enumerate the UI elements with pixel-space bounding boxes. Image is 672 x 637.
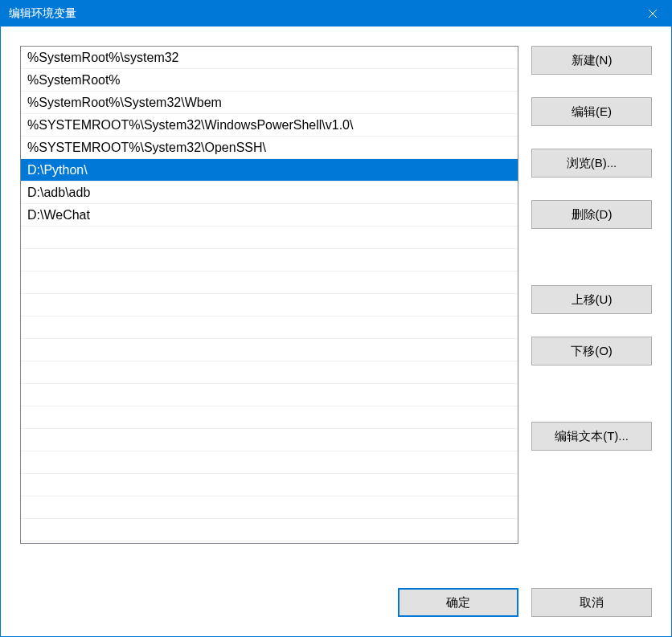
close-icon <box>648 9 658 18</box>
titlebar-title: 编辑环境变量 <box>9 6 634 21</box>
list-item[interactable]: D:\WeChat <box>21 204 518 227</box>
new-button[interactable]: 新建(N) <box>531 46 652 75</box>
list-item[interactable]: %SystemRoot%\system32 <box>21 47 518 69</box>
move-up-button[interactable]: 上移(U) <box>531 285 652 314</box>
titlebar: 编辑环境变量 <box>1 1 671 27</box>
list-item[interactable]: %SystemRoot%\System32\Wbem <box>21 92 518 114</box>
dialog-content: %SystemRoot%\system32%SystemRoot%%System… <box>1 27 671 572</box>
list-item[interactable] <box>21 451 518 474</box>
button-sidebar: 新建(N) 编辑(E) 浏览(B)... 删除(D) 上移(U) 下移(O) 编… <box>531 46 652 572</box>
list-item[interactable] <box>21 294 518 316</box>
list-item[interactable] <box>21 474 518 496</box>
list-item[interactable] <box>21 519 518 541</box>
dialog-footer: 确定 取消 <box>1 572 671 636</box>
dialog-window: 编辑环境变量 %SystemRoot%\system32%SystemRoot%… <box>0 0 672 637</box>
list-item[interactable] <box>21 406 518 429</box>
list-item[interactable] <box>21 496 518 519</box>
list-item[interactable] <box>21 316 518 339</box>
list-item[interactable] <box>21 429 518 451</box>
path-listbox[interactable]: %SystemRoot%\system32%SystemRoot%%System… <box>20 46 518 544</box>
list-item[interactable] <box>21 227 518 249</box>
list-item[interactable] <box>21 361 518 384</box>
close-button[interactable] <box>634 1 671 27</box>
list-item[interactable] <box>21 249 518 272</box>
cancel-button[interactable]: 取消 <box>531 588 652 617</box>
list-item[interactable]: %SystemRoot% <box>21 69 518 92</box>
list-item[interactable]: D:\Python\ <box>21 159 518 182</box>
list-item[interactable] <box>21 384 518 406</box>
list-item[interactable] <box>21 339 518 361</box>
edit-button[interactable]: 编辑(E) <box>531 97 652 126</box>
edit-text-button[interactable]: 编辑文本(T)... <box>531 422 652 451</box>
move-down-button[interactable]: 下移(O) <box>531 337 652 365</box>
list-item[interactable]: %SYSTEMROOT%\System32\OpenSSH\ <box>21 137 518 159</box>
list-item[interactable] <box>21 272 518 294</box>
delete-button[interactable]: 删除(D) <box>531 200 652 229</box>
list-item[interactable]: %SYSTEMROOT%\System32\WindowsPowerShell\… <box>21 114 518 137</box>
browse-button[interactable]: 浏览(B)... <box>531 149 652 178</box>
list-item[interactable]: D:\adb\adb <box>21 182 518 204</box>
ok-button[interactable]: 确定 <box>398 588 518 617</box>
